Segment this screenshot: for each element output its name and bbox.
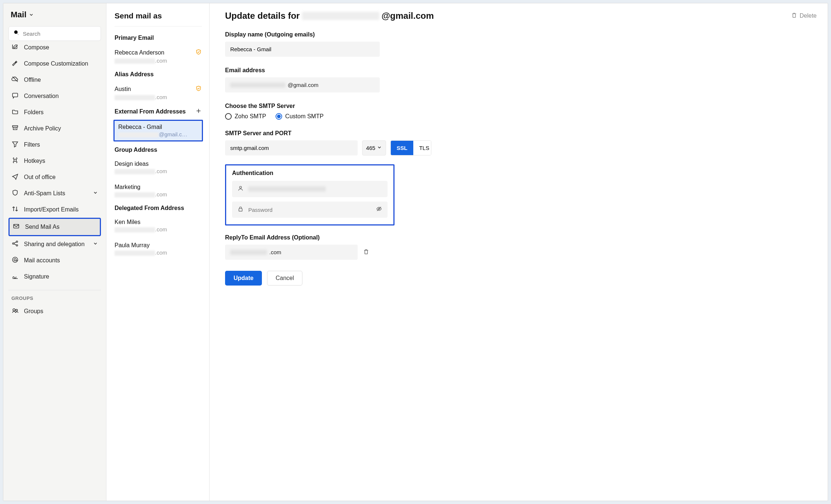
trash-icon	[791, 12, 797, 20]
funnel-icon	[11, 140, 19, 149]
mid-section-title-text: Primary Email	[115, 35, 154, 41]
sidebar-item-label: Groups	[24, 308, 43, 315]
shield-icon	[11, 189, 19, 198]
entry-suffix: .com	[155, 191, 167, 197]
sidebar-item-groups[interactable]: Groups	[8, 303, 101, 319]
redacted-text	[115, 59, 155, 64]
delete-button[interactable]: Delete	[791, 12, 817, 20]
tls-button[interactable]: TLS	[413, 141, 431, 155]
mid-section-delegated: Delegated From Address	[115, 205, 202, 211]
sidebar-item-label: Anti-Spam Lists	[24, 190, 65, 197]
entry-suffix: .com	[155, 94, 167, 100]
radio-icon	[225, 113, 232, 120]
redacted-email-user	[302, 12, 379, 20]
sidebar-item-import-export-emails[interactable]: Import/Export Emails	[8, 202, 101, 218]
sidebar-item-label: Mail accounts	[24, 257, 60, 264]
detail-pane: Update details for @gmail.com Delete Dis…	[210, 3, 828, 501]
sidebar-item-anti-spam-lists[interactable]: Anti-Spam Lists	[8, 185, 101, 202]
sidebar-item-label: Import/Export Emails	[24, 206, 78, 213]
sidebar-item-label: Conversation	[24, 93, 59, 99]
redacted-text	[115, 251, 155, 256]
display-name-field[interactable]	[225, 42, 380, 57]
folder-icon	[11, 108, 19, 117]
replyto-delete-button[interactable]	[363, 248, 369, 256]
chat-icon	[11, 92, 19, 101]
sidebar-item-label: Sharing and delegation	[24, 241, 85, 248]
entry-suffix: .com	[155, 57, 167, 64]
replyto-field[interactable]: .com	[225, 245, 358, 260]
address-entry-austin[interactable]: Austin.com	[115, 83, 202, 108]
email-field[interactable]: @gmail.com	[225, 77, 380, 92]
midcol-title: Send mail as	[115, 11, 202, 27]
mid-section-external: External From Addresses	[115, 108, 202, 116]
sidebar-item-sharing-and-delegation[interactable]: Sharing and delegation	[8, 236, 101, 252]
sidebar-item-label: Folders	[24, 109, 43, 116]
auth-password-field[interactable]	[232, 202, 388, 218]
smtp-port-value: 465	[366, 145, 375, 151]
archive-icon	[11, 124, 19, 133]
send-mail-as-list: Send mail as Primary EmailRebecca Anders…	[106, 3, 210, 501]
address-entry-ken-miles[interactable]: Ken Miles.com	[115, 217, 202, 240]
plane-icon	[11, 173, 19, 182]
address-entry-rebecca-anderson[interactable]: Rebecca Anderson.com	[115, 46, 202, 71]
cancel-button[interactable]: Cancel	[267, 271, 302, 286]
auth-password-input[interactable]	[248, 207, 371, 213]
entry-suffix: .com	[155, 249, 167, 256]
sidebar-item-offline[interactable]: Offline	[8, 72, 101, 88]
address-entry-paula-murray[interactable]: Paula Murray.com	[115, 240, 202, 263]
add-external-address-button[interactable]	[195, 108, 202, 116]
address-entry-marketing[interactable]: Marketing.com	[115, 182, 202, 205]
display-name-input[interactable]	[230, 46, 375, 52]
mid-section-alias: Alias Address	[115, 71, 202, 78]
wrench-icon	[11, 59, 19, 68]
radio-label: Custom SMTP	[285, 113, 323, 120]
chevron-down-icon	[377, 145, 382, 151]
sidebar-search[interactable]	[8, 26, 101, 41]
sidebar-item-archive-policy[interactable]: Archive Policy	[8, 120, 101, 137]
sidebar-item-filters[interactable]: Filters	[8, 137, 101, 153]
ssl-button[interactable]: SSL	[391, 141, 413, 155]
mid-section-group: Group Address	[115, 147, 202, 153]
delete-label: Delete	[800, 13, 817, 19]
search-icon	[13, 29, 20, 38]
verified-shield-icon	[195, 49, 202, 57]
sidebar-item-label: Offline	[24, 77, 41, 83]
page-title-prefix: Update details for	[225, 11, 300, 21]
encryption-toggle: SSL TLS	[390, 140, 431, 155]
entry-name: Rebecca Anderson	[115, 49, 164, 56]
sidebar-item-mail-accounts[interactable]: Mail accounts	[8, 252, 101, 269]
command-icon	[11, 157, 19, 165]
address-entry-rebecca-gmail[interactable]: Rebecca - Gmail@gmail.c…	[113, 120, 203, 141]
search-input[interactable]	[23, 31, 96, 37]
sidebar-item-conversation[interactable]: Conversation	[8, 88, 101, 104]
smtp-port-select[interactable]: 465	[362, 140, 386, 155]
redacted-text	[115, 95, 155, 100]
user-icon	[237, 185, 244, 193]
mid-section-title-text: Alias Address	[115, 71, 154, 78]
redacted-text	[118, 132, 159, 137]
sidebar-item-folders[interactable]: Folders	[8, 104, 101, 120]
sidebar-item-compose[interactable]: Compose	[8, 45, 101, 56]
auth-username-field[interactable]	[232, 181, 388, 197]
groups-icon	[11, 307, 19, 316]
sidebar-item-send-mail-as[interactable]: Send Mail As	[8, 218, 101, 236]
sidebar-item-out-of-office[interactable]: Out of office	[8, 169, 101, 185]
radio-custom-smtp[interactable]: Custom SMTP	[276, 113, 323, 120]
compose-icon	[11, 45, 19, 52]
sidebar-item-hotkeys[interactable]: Hotkeys	[8, 153, 101, 169]
sidebar-title-dropdown[interactable]: Mail	[8, 10, 101, 26]
redacted-text	[115, 169, 155, 174]
eye-off-icon[interactable]	[376, 206, 382, 214]
radio-zoho-smtp[interactable]: Zoho SMTP	[225, 113, 266, 120]
verified-shield-icon	[195, 85, 202, 93]
share-icon	[11, 240, 19, 249]
sidebar-item-compose-customization[interactable]: Compose Customization	[8, 56, 101, 72]
update-button[interactable]: Update	[225, 271, 262, 286]
redacted-text	[230, 250, 267, 255]
smtp-host-input[interactable]	[225, 140, 358, 155]
address-entry-design-ideas[interactable]: Design ideas.com	[115, 158, 202, 182]
mid-section-primary: Primary Email	[115, 35, 202, 41]
auth-label: Authentication	[232, 170, 388, 176]
sidebar-item-label: Send Mail As	[25, 224, 59, 230]
sidebar-item-signature[interactable]: Signature	[8, 269, 101, 285]
